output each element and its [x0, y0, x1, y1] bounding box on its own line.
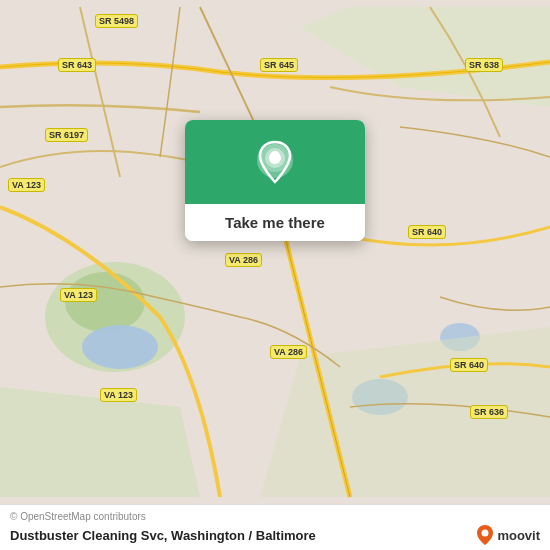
app: SR 5498 SR 643 SR 645 SR 638 SR 6197 VA …: [0, 0, 550, 550]
location-name: Dustbuster Cleaning Svc, Washington / Ba…: [10, 528, 316, 543]
bottom-bar: © OpenStreetMap contributors Dustbuster …: [0, 504, 550, 550]
road-label-va123-b2: VA 123: [60, 288, 97, 302]
road-label-va286: VA 286: [225, 253, 262, 267]
road-label-sr5498: SR 5498: [95, 14, 138, 28]
road-label-sr640b: SR 640: [450, 358, 488, 372]
location-row: Dustbuster Cleaning Svc, Washington / Ba…: [10, 524, 540, 546]
take-me-there-button[interactable]: Take me there: [185, 204, 365, 241]
copyright-text: © OpenStreetMap contributors: [10, 511, 146, 522]
road-label-sr636: SR 636: [470, 405, 508, 419]
popup-header: [185, 120, 365, 204]
moovit-text: moovit: [497, 528, 540, 543]
moovit-pin-icon: [476, 524, 494, 546]
road-label-va123-left: VA 123: [8, 178, 45, 192]
location-pin-icon: [253, 138, 297, 190]
popup-card: Take me there: [185, 120, 365, 241]
svg-point-14: [270, 151, 280, 161]
road-label-va123-b3: VA 123: [100, 388, 137, 402]
road-label-sr6197: SR 6197: [45, 128, 88, 142]
moovit-logo: moovit: [476, 524, 540, 546]
road-label-sr640: SR 640: [408, 225, 446, 239]
svg-point-2: [65, 272, 145, 332]
road-label-sr638: SR 638: [465, 58, 503, 72]
road-label-va286-b2: VA 286: [270, 345, 307, 359]
map-svg: [0, 0, 550, 504]
svg-point-15: [482, 530, 489, 537]
road-label-sr643: SR 643: [58, 58, 96, 72]
map-container[interactable]: SR 5498 SR 643 SR 645 SR 638 SR 6197 VA …: [0, 0, 550, 504]
copyright-row: © OpenStreetMap contributors: [10, 511, 540, 522]
svg-point-3: [82, 325, 158, 369]
road-label-sr645: SR 645: [260, 58, 298, 72]
